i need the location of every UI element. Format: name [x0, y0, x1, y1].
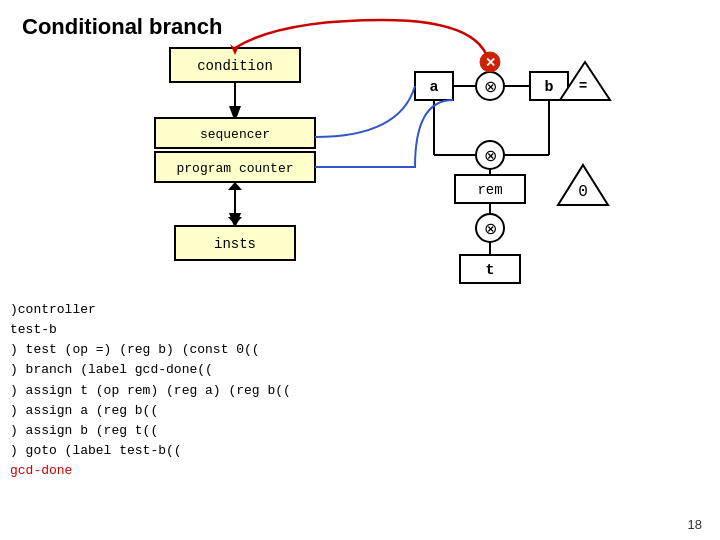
code-line-5: ) assign t (op rem) (reg a) (reg b(( [10, 381, 291, 401]
code-line-4: ) branch (label gcd-done(( [10, 360, 291, 380]
code-line-3: ) test (op =) (reg b) (const 0(( [10, 340, 291, 360]
svg-text:sequencer: sequencer [200, 127, 270, 142]
svg-text:⊗: ⊗ [484, 78, 497, 95]
code-line-1: )controller [10, 300, 291, 320]
svg-marker-10 [228, 217, 242, 225]
svg-text:=: = [579, 77, 587, 93]
svg-text:b: b [544, 79, 553, 96]
svg-text:✕: ✕ [485, 55, 496, 70]
svg-text:insts: insts [214, 236, 256, 252]
svg-text:program counter: program counter [176, 161, 293, 176]
svg-text:⊗: ⊗ [484, 147, 497, 164]
svg-text:a: a [429, 79, 438, 96]
svg-text:⊗: ⊗ [484, 220, 497, 237]
svg-text:condition: condition [197, 58, 273, 74]
svg-text:rem: rem [477, 182, 502, 198]
svg-marker-9 [228, 182, 242, 190]
code-line-6: ) assign a (reg b(( [10, 401, 291, 421]
code-block: )controller test-b ) test (op =) (reg b)… [10, 300, 291, 481]
code-line-7: ) assign b (reg t(( [10, 421, 291, 441]
svg-text:t: t [485, 262, 494, 279]
code-line-2: test-b [10, 320, 291, 340]
code-line-8: ) goto (label test-b(( [10, 441, 291, 461]
page-number: 18 [688, 517, 702, 532]
svg-text:0: 0 [578, 183, 588, 201]
code-line-9: gcd-done [10, 461, 291, 481]
